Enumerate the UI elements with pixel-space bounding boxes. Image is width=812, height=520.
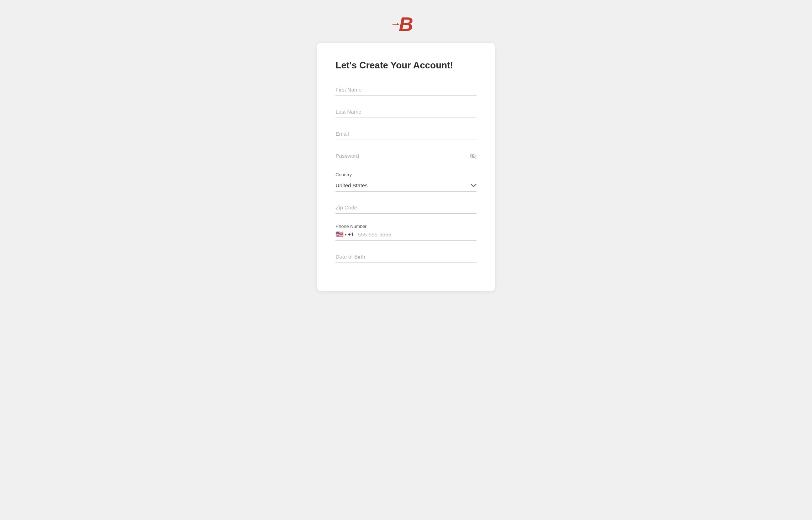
password-input[interactable]: [336, 150, 476, 162]
logo-letter: B: [399, 14, 413, 34]
phone-input-wrapper: 🇺🇸 ▾ +1: [336, 231, 476, 241]
password-wrapper: [336, 150, 476, 162]
card-title: Let's Create Your Account!: [336, 60, 476, 71]
last-name-group: [336, 106, 476, 118]
logo-icon: B: [399, 14, 413, 34]
country-select-wrapper: United States Canada United Kingdom Aust…: [336, 180, 476, 192]
phone-flag-selector[interactable]: 🇺🇸 ▾ +1: [336, 231, 354, 238]
country-group: Country United States Canada United King…: [336, 172, 476, 192]
password-group: [336, 150, 476, 162]
logo-container: B: [399, 14, 413, 34]
phone-country-code: +1: [348, 232, 354, 237]
zip-code-input[interactable]: [336, 202, 476, 214]
us-flag-icon: 🇺🇸: [336, 231, 343, 238]
country-label: Country: [336, 172, 476, 177]
date-of-birth-input[interactable]: [336, 251, 476, 263]
last-name-input[interactable]: [336, 106, 476, 118]
date-of-birth-group: [336, 251, 476, 263]
zip-code-group: [336, 202, 476, 214]
logo-arrow-icon: [392, 24, 399, 25]
phone-chevron-icon: ▾: [345, 233, 347, 236]
first-name-group: [336, 84, 476, 96]
phone-number-group: Phone Number 🇺🇸 ▾ +1: [336, 224, 476, 241]
email-group: [336, 128, 476, 140]
phone-number-input[interactable]: [357, 232, 476, 238]
first-name-input[interactable]: [336, 84, 476, 96]
email-input[interactable]: [336, 128, 476, 140]
registration-card: Let's Create Your Account! Country: [317, 43, 495, 291]
phone-number-label: Phone Number: [336, 224, 476, 229]
eye-off-icon[interactable]: [469, 153, 476, 159]
country-select[interactable]: United States Canada United Kingdom Aust…: [336, 180, 476, 192]
